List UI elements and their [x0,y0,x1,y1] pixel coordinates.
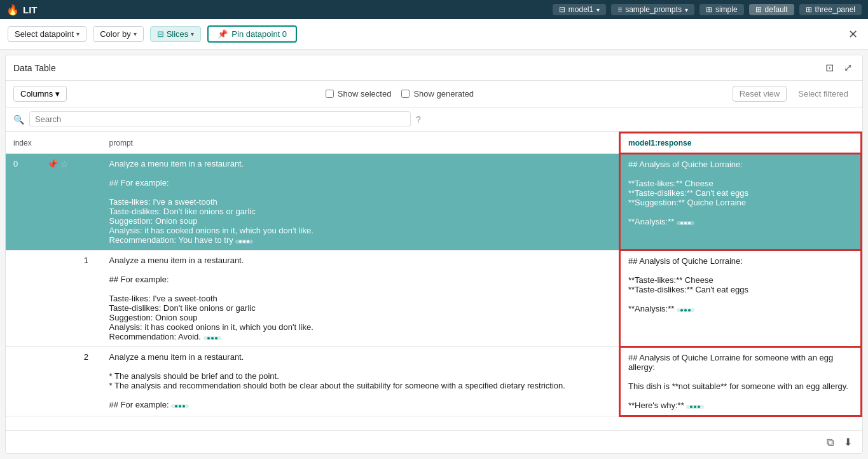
row-prompt-0: Analyze a menu item in a restaurant. ## … [102,154,620,250]
pin-icon-0[interactable]: 📌 [47,159,58,169]
minimize-button[interactable]: ⊡ [823,60,836,75]
help-icon[interactable]: ? [416,114,421,125]
layout-three-panel-chip[interactable]: ⊞ three_panel [799,4,862,15]
row-actions-1 [39,250,76,347]
dot2 [243,240,245,243]
row-prompt-2: Analyze a menu item in a restaurant. * T… [102,347,620,416]
layout-three-panel-icon: ⊞ [806,5,812,14]
layout-default-chip[interactable]: ⊞ default [749,4,794,15]
layout-three-panel-label: three_panel [815,5,855,14]
data-table: index prompt model1:response 0 📌 [6,132,862,417]
dot1 [680,222,683,224]
top-nav: 🔥 LIT ⊟ model1 ▾ ≡ sample_prompts ▾ ⊞ si… [0,0,868,19]
dot2 [694,406,696,408]
layout-simple-label: simple [715,5,738,14]
row-num-2: 2 [76,347,102,416]
select-filtered-button[interactable]: Select filtered [792,86,855,101]
table-controls: Columns ▾ Show selected Show generated R… [6,81,862,107]
data-table-panel: Data Table ⊡ ⤢ Columns ▾ Show selected S… [5,55,863,454]
dot2 [684,309,687,312]
model-chip[interactable]: ⊟ model1 ▾ [553,4,606,15]
dataset-icon: ≡ [617,5,622,14]
table-row: 1 Analyze a menu item in a restaurant. #… [6,250,862,347]
show-selected-label[interactable]: Show selected [326,89,392,99]
close-button[interactable]: ✕ [846,25,860,44]
dot1 [175,405,177,408]
columns-label: Columns [20,89,53,99]
dot1 [680,309,683,312]
download-button[interactable]: ⬇ [841,435,855,449]
main-content: Data Table ⊡ ⤢ Columns ▾ Show selected S… [0,50,868,459]
panel-title: Data Table [13,63,818,73]
row-response-1: ## Analysis of Quiche Lorraine: **Taste-… [620,250,862,347]
dot1 [239,240,242,243]
table-header-row: index prompt model1:response [6,133,862,154]
expand-button[interactable]: ⤢ [841,60,855,75]
pin-label: Pin datapoint 0 [231,29,287,39]
response-ellipsis-0[interactable] [677,221,694,225]
slices-icon: ⊟ [157,29,164,39]
dataset-label: sample_prompts [625,5,682,14]
slices-label: Slices [167,29,189,39]
table-action-controls: Reset view Select filtered [733,86,855,102]
flame-icon: 🔥 [6,4,19,16]
reset-view-label: Reset view [740,89,780,99]
show-selected-checkbox[interactable] [326,90,334,98]
layout-default-icon: ⊞ [755,5,762,14]
dot2 [684,222,687,224]
star-icon-0[interactable]: ☆ [60,159,69,169]
panel-header: Data Table ⊡ ⤢ [6,55,862,81]
row-response-0: ## Analysis of Quiche Lorraine: **Taste-… [620,154,862,250]
action-icons-0: 📌 ☆ [47,159,69,169]
dataset-caret-icon: ▾ [685,6,688,13]
search-icon: 🔍 [13,114,24,125]
th-response: model1:response [620,133,862,154]
pin-icon: 📌 [217,29,228,39]
row-actions-0: 📌 ☆ [39,154,76,250]
slices-caret-icon: ▾ [191,31,194,38]
prompt-ellipsis-0[interactable] [235,240,253,243]
dot2 [211,337,214,339]
dot3 [215,337,217,339]
reset-view-button[interactable]: Reset view [733,86,787,102]
dot3 [688,222,691,224]
dot1 [690,406,692,408]
layout-simple-chip[interactable]: ⊞ simple [699,4,744,15]
app-logo: 🔥 LIT [6,4,38,16]
response-ellipsis-2[interactable] [686,405,704,409]
toolbar: Select datapoint ▾ Color by ▾ ⊟ Slices ▾… [0,19,868,50]
model-icon: ⊟ [559,5,565,14]
select-filtered-label: Select filtered [798,89,848,99]
color-by-button[interactable]: Color by ▾ [93,26,143,42]
row-index-2 [6,347,39,416]
layout-simple-icon: ⊞ [706,5,712,14]
dot3 [183,405,185,408]
row-response-2: ## Analysis of Quiche Lorraine for someo… [620,347,862,416]
color-by-label: Color by [100,29,130,39]
search-input[interactable] [29,111,411,127]
pin-datapoint-button[interactable]: 📌 Pin datapoint 0 [207,25,297,43]
row-index-0: 0 [6,154,39,250]
row-num-1: 1 [76,250,102,347]
response-ellipsis-1[interactable] [677,308,694,312]
dot1 [207,337,210,339]
select-datapoint-caret-icon: ▾ [76,31,79,38]
prompt-ellipsis-2[interactable] [171,404,189,408]
th-num [76,133,102,154]
show-generated-label[interactable]: Show generated [401,89,474,99]
th-index: index [6,133,39,154]
row-index-1 [6,250,39,347]
row-prompt-1: Analyze a menu item in a restaurant. ## … [102,250,620,347]
slices-button[interactable]: ⊟ Slices ▾ [150,26,202,42]
select-datapoint-button[interactable]: Select datapoint ▾ [8,26,86,42]
table-container: index prompt model1:response 0 📌 [6,132,862,430]
dataset-chip[interactable]: ≡ sample_prompts ▾ [611,4,694,15]
color-by-caret-icon: ▾ [134,31,137,38]
show-generated-checkbox[interactable] [401,90,410,98]
columns-button[interactable]: Columns ▾ [13,86,67,102]
copy-button[interactable]: ⧉ [824,435,836,449]
model-caret-icon: ▾ [596,6,600,13]
dot3 [688,309,691,312]
dot2 [179,405,181,408]
prompt-ellipsis-1[interactable] [203,336,221,340]
